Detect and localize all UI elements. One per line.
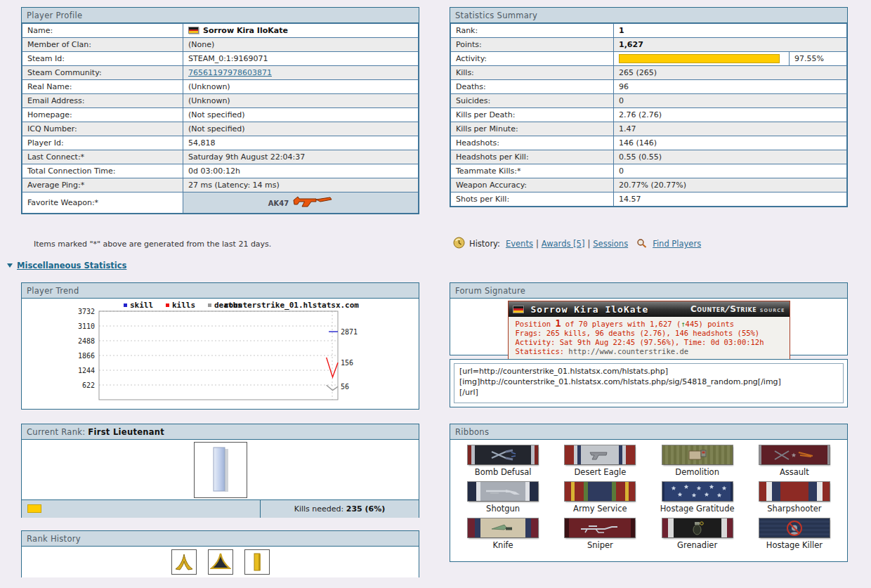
panel-title-forum-signature: Forum Signature — [450, 283, 847, 299]
stats-row-label: Shots per Kill: — [451, 192, 614, 207]
history-label: History: — [469, 239, 500, 249]
ribbon-army-service — [565, 482, 635, 501]
stats-row-value: 0 — [614, 94, 847, 108]
history-link-events[interactable]: Events — [506, 239, 533, 249]
profile-row: Steam Id:STEAM_0:1:9169071 — [22, 52, 419, 66]
profile-row: ICQ Number:(Not specified) — [22, 122, 419, 136]
history-icon — [453, 237, 465, 251]
separator: | — [536, 239, 539, 249]
ribbon-cell: Army Service — [551, 482, 648, 518]
rank-spade-icon — [208, 549, 233, 575]
ribbon-shotgun — [468, 482, 538, 501]
favorite-weapon-name: AK47 — [268, 200, 289, 207]
stats-row: Weapon Accuracy:20.77% (20.77%) — [451, 178, 847, 192]
ribbon-cell: Knife — [454, 518, 551, 555]
svg-text:1244: 1244 — [78, 367, 95, 374]
stats-row-value: 96 — [614, 80, 847, 94]
current-rank-body — [22, 440, 419, 499]
separator: | — [587, 239, 590, 249]
stats-row: Deaths:96 — [451, 80, 847, 94]
sniper-icon — [579, 523, 621, 534]
steam-community-link[interactable]: 76561197978603871 — [188, 68, 272, 77]
svg-text:counterstrike_01.hlstatsx.com: counterstrike_01.hlstatsx.com — [224, 301, 359, 310]
stats-row-value: 20.77% (20.77%) — [614, 178, 847, 192]
history-link-sessions[interactable]: Sessions — [593, 239, 628, 249]
profile-row-label: Total Connection Time: — [22, 164, 183, 178]
signature-text-segment: Position — [516, 320, 556, 328]
bbcode-panel — [450, 359, 848, 407]
stats-row-label: Headshots per Kill: — [451, 150, 614, 164]
ribbon-label: Demolition — [675, 467, 719, 477]
ribbon-cell: Hostage Killer — [746, 518, 843, 555]
c4-icon — [688, 449, 707, 462]
profile-row-value: (Unknown) — [183, 94, 419, 108]
ribbon-label: Sharpshooter — [767, 504, 821, 514]
ribbon-cell: Assault — [746, 445, 843, 482]
signature-line: Activity: Sat 9th Aug 22:45 (97.56%), Ti… — [516, 338, 790, 347]
miscellaneous-statistics-link[interactable]: Miscellaneous Statistics — [17, 261, 126, 270]
stats-row-label: Rank: — [451, 24, 614, 38]
stats-row-value: 265 (265) — [614, 66, 847, 80]
stats-row-label: Activity: — [451, 52, 614, 66]
panel-title-ribbons: Ribbons — [450, 424, 847, 440]
profile-row-label: Real Name: — [22, 80, 183, 94]
player-trend-chart: 37323110248818661244622287115656skillkil… — [22, 299, 419, 410]
stats-row-label: Kills: — [451, 66, 614, 80]
profile-row: Email Address:(Unknown) — [22, 94, 419, 108]
svg-text:2488: 2488 — [78, 337, 95, 345]
profile-row-label: Name: — [22, 24, 183, 38]
stats-row: Kills per Death:2.76 (2.76) — [451, 108, 847, 122]
ribbon-knife — [468, 518, 538, 537]
signature-line: Statistics: http://www.counterstrike.de — [516, 347, 790, 356]
svg-text:56: 56 — [341, 383, 349, 391]
profile-row-label: Email Address: — [22, 94, 183, 108]
signature-header: Sorrow Kira IloKate Counter/Strike SOURC… — [509, 301, 790, 317]
profile-row: Last Connect:*Saturday 9th August 22:04:… — [22, 150, 419, 164]
profile-row: Average Ping:*27 ms (Latency: 14 ms) — [22, 178, 419, 192]
rank-insignia-image — [194, 442, 247, 498]
shotgun-icon — [485, 487, 521, 497]
signature-text-segment: Activity: Sat 9th Aug 22:45 (97.56%), Ti… — [516, 338, 764, 346]
history-link-awards-5-[interactable]: Awards [5] — [542, 239, 585, 249]
ribbon-cell: Sniper — [551, 518, 648, 555]
stats-row-label: Points: — [451, 38, 614, 52]
stats-row-value: 146 (146) — [614, 136, 847, 150]
rifles-icon — [772, 449, 817, 462]
ribbon-label: Bomb Defusal — [475, 467, 532, 477]
ribbon-label: Grenadier — [677, 540, 717, 550]
ribbon-sniper — [565, 518, 635, 537]
stats-row-value: 14.57 — [614, 192, 847, 207]
stats-row-label: Kills per Death: — [451, 108, 614, 122]
rank-chevron-icon — [171, 549, 197, 575]
signature-text-segment: 1 — [555, 318, 561, 329]
magnifier-icon[interactable] — [636, 238, 647, 250]
stats-row: Activity:97.55% — [451, 52, 847, 66]
stats-row: Headshots per Kill:0.55 (0.55) — [451, 150, 847, 164]
find-players-link[interactable]: Find Players — [653, 239, 701, 249]
panel-title-statistics-summary: Statistics Summary — [450, 8, 847, 23]
profile-row-label: Last Connect:* — [22, 150, 183, 164]
ribbon-cell: Shotgun — [454, 482, 551, 518]
svg-text:156: 156 — [341, 359, 353, 367]
profile-row-label: Steam Community: — [22, 66, 183, 80]
stats-row: Headshots:146 (146) — [451, 136, 847, 150]
stats-row: Rank:1 — [451, 24, 847, 38]
signature-text-segment: Frags: 265 kills, 96 deaths (2.76), 146 … — [516, 329, 760, 337]
profile-row-value: 0d 03:00:12h — [183, 164, 419, 178]
ribbon-label: Hostage Killer — [766, 540, 823, 550]
ribbon-cell: Demolition — [649, 445, 746, 482]
ribbon-label: Sniper — [587, 540, 613, 550]
ribbon-label: Shotgun — [486, 504, 520, 514]
profile-row: Member of Clan:(None) — [22, 38, 419, 52]
rank-progress-row: Kills needed: 235 (6%) — [22, 499, 419, 518]
profile-row-value: Saturday 9th August 22:04:37 — [183, 150, 419, 164]
signature-bbcode-textarea[interactable] — [454, 363, 844, 403]
no-hostage-icon — [786, 520, 803, 537]
profile-row: Player Id:54,818 — [22, 136, 419, 150]
rank-history-panel: Rank History — [21, 530, 419, 577]
footnote: Items marked "*" above are generated fro… — [34, 240, 271, 249]
collapse-triangle-icon[interactable] — [7, 263, 13, 268]
activity-bar-cell — [614, 52, 790, 66]
miscellaneous-statistics-row: Miscellaneous Statistics — [7, 261, 126, 270]
stats-row-label: Teammate Kills:* — [451, 164, 614, 178]
